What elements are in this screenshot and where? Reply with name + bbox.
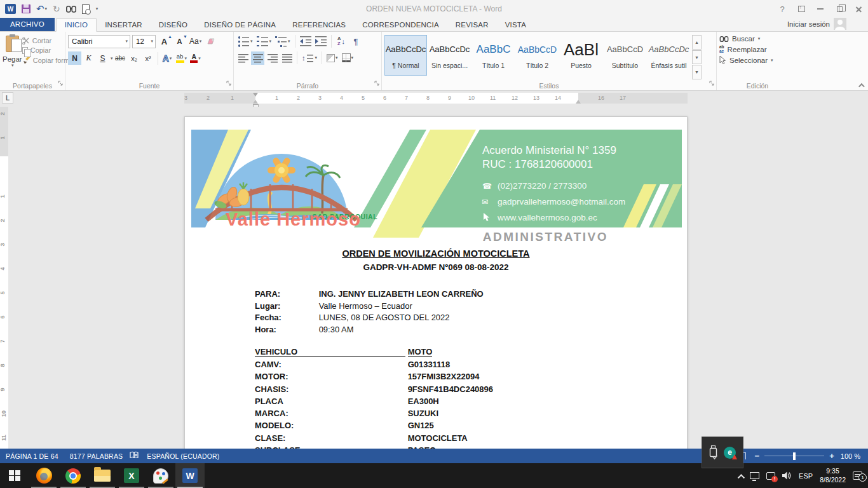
usb-device-icon[interactable] (709, 445, 717, 459)
style-normal[interactable]: AaBbCcDc¶ Normal (384, 35, 427, 76)
tab-referencias[interactable]: REFERENCIAS (284, 19, 354, 31)
shading-button[interactable]: ▾ (325, 51, 339, 65)
close-button[interactable] (849, 0, 868, 18)
taskbar-firefox[interactable] (29, 463, 58, 488)
decrease-indent-button[interactable] (299, 35, 313, 48)
ribbon-display-options-button[interactable] (792, 0, 811, 18)
zoom-out-button[interactable]: − (755, 451, 760, 461)
increase-indent-button[interactable] (314, 35, 328, 48)
tab-archivo[interactable]: ARCHIVO (0, 18, 55, 31)
italic-button[interactable]: K (82, 51, 95, 65)
styles-scroll-up-button[interactable]: ▲ (692, 35, 702, 50)
font-family-combobox[interactable]: Calibri▾ (68, 35, 130, 48)
shrink-font-button[interactable]: A▼ (173, 35, 186, 48)
grow-font-button[interactable]: A▲ (158, 35, 171, 48)
style-puesto[interactable]: AaBlPuesto (560, 35, 602, 76)
taskbar-file-explorer[interactable] (88, 463, 117, 488)
collapse-ribbon-button[interactable] (858, 83, 865, 90)
print-preview-button[interactable] (82, 3, 90, 15)
proofing-errors-icon[interactable] (130, 451, 140, 461)
language-indicator[interactable]: ESPAÑOL (ECUADOR) (141, 452, 225, 460)
tab-diseno-de-pagina[interactable]: DISEÑO DE PÁGINA (196, 19, 284, 31)
style-subtitulo[interactable]: AaBbCcDSubtítulo (604, 35, 646, 76)
start-button[interactable] (0, 463, 29, 488)
restore-button[interactable] (830, 0, 849, 18)
select-button[interactable]: Seleccionar▾ (719, 56, 796, 64)
line-spacing-button[interactable]: ↕▾ (301, 51, 318, 65)
align-right-button[interactable] (266, 51, 279, 65)
bold-button[interactable]: N (68, 51, 81, 65)
security-alert-icon[interactable] (766, 472, 775, 480)
undo-button[interactable]: ↶▾ (36, 3, 47, 15)
find-button[interactable]: Buscar▾ (719, 35, 796, 43)
font-size-combobox[interactable]: 12▾ (132, 35, 156, 48)
zoom-level[interactable]: 100 % (841, 452, 860, 460)
font-color-button[interactable]: A▾ (189, 51, 202, 65)
bullets-button[interactable]: ▾ (236, 35, 254, 48)
network-icon[interactable] (750, 472, 759, 479)
e-app-alert-icon[interactable]: e (724, 447, 736, 459)
subscript-button[interactable]: x₂ (128, 51, 141, 65)
style-sin-espaciado[interactable]: AaBbCcDcSin espaci... (428, 35, 471, 76)
style-titulo-1[interactable]: AaBbCTítulo 1 (472, 35, 515, 76)
tab-correspondencia[interactable]: CORRESPONDENCIA (354, 19, 447, 31)
numbering-button[interactable]: ▾ (255, 35, 273, 48)
styles-scroll-down-button[interactable]: ▼ (692, 50, 702, 65)
multilevel-list-button[interactable]: ▾ (274, 35, 292, 48)
align-center-button[interactable] (251, 51, 264, 65)
taskbar-word[interactable]: W (175, 463, 205, 488)
taskbar-excel[interactable]: X (117, 463, 146, 488)
action-center-icon[interactable]: 1 (853, 471, 862, 480)
paragraph-dialog-launcher-icon[interactable] (374, 77, 379, 88)
hanging-indent-marker[interactable] (253, 100, 258, 104)
redo-button[interactable]: ↻ (53, 3, 60, 15)
customize-qat-button[interactable]: ▾ (96, 3, 98, 15)
styles-more-button[interactable]: ▼ (692, 65, 702, 79)
zoom-slider-thumb[interactable] (793, 452, 796, 460)
page-indicator[interactable]: PÁGINA 1 DE 64 (0, 452, 64, 460)
first-line-indent-marker[interactable] (253, 93, 258, 97)
sort-button[interactable]: AZ↓ (335, 35, 348, 48)
clipboard-dialog-launcher-icon[interactable] (58, 77, 63, 88)
show-hidden-icons-button[interactable] (738, 474, 745, 481)
superscript-button[interactable]: x² (142, 51, 155, 65)
underline-button[interactable]: S (96, 51, 109, 65)
justify-button[interactable] (280, 51, 294, 65)
replace-button[interactable]: abac Reemplazar (719, 45, 796, 53)
text-effects-button[interactable]: A▾ (161, 51, 174, 65)
save-button[interactable] (22, 3, 31, 15)
paste-button[interactable]: Pegar ▾ (3, 34, 22, 79)
font-dialog-launcher-icon[interactable] (226, 77, 231, 88)
zoom-slider[interactable] (764, 456, 824, 457)
tab-revisar[interactable]: REVISAR (447, 19, 497, 31)
horizontal-ruler[interactable]: 3 2 1 1 2 3 4 5 6 7 8 9 10 11 12 13 14 1… (184, 93, 688, 104)
speaker-icon[interactable] (782, 471, 792, 480)
word-count[interactable]: 8177 PALABRAS (64, 452, 129, 460)
keyboard-language[interactable]: ESP (799, 472, 813, 480)
clear-formatting-button[interactable] (205, 35, 218, 48)
help-button[interactable]: ? (773, 0, 792, 18)
vertical-ruler[interactable]: 2 1 1 2 3 4 5 6 7 8 9 10 11 (0, 107, 8, 449)
borders-button[interactable]: ▾ (341, 51, 355, 65)
style-enfasis-sutil[interactable]: AaBbCcDcÉnfasis sutil (648, 35, 690, 76)
paste-dropdown-arrow[interactable]: ▾ (11, 63, 14, 68)
document-page[interactable]: Acuerdo Ministerial N° 1359 RUC : 176812… (184, 116, 688, 449)
tab-inicio[interactable]: INICIO (56, 18, 97, 32)
align-left-button[interactable] (236, 51, 250, 65)
change-case-button[interactable]: Aa▾ (188, 35, 203, 48)
clock[interactable]: 9:35 8/8/2022 (820, 467, 846, 484)
taskbar-chrome[interactable] (58, 463, 88, 488)
tab-diseno[interactable]: DISEÑO (151, 19, 196, 31)
show-hide-marks-button[interactable]: ¶ (349, 35, 363, 48)
taskbar-paint[interactable] (146, 463, 175, 488)
styles-dialog-launcher-icon[interactable] (709, 77, 714, 88)
highlight-color-button[interactable]: ab▾ (175, 51, 189, 65)
zoom-in-button[interactable]: + (829, 451, 834, 461)
minimize-button[interactable] (811, 0, 830, 18)
tab-vista[interactable]: VISTA (497, 19, 534, 31)
tab-insertar[interactable]: INSERTAR (97, 19, 151, 31)
find-icon[interactable] (66, 3, 76, 15)
underline-dropdown-arrow[interactable]: ▾ (111, 56, 113, 61)
tab-stop-selector[interactable]: L (2, 92, 13, 104)
strikethrough-button[interactable]: abc (114, 51, 127, 65)
